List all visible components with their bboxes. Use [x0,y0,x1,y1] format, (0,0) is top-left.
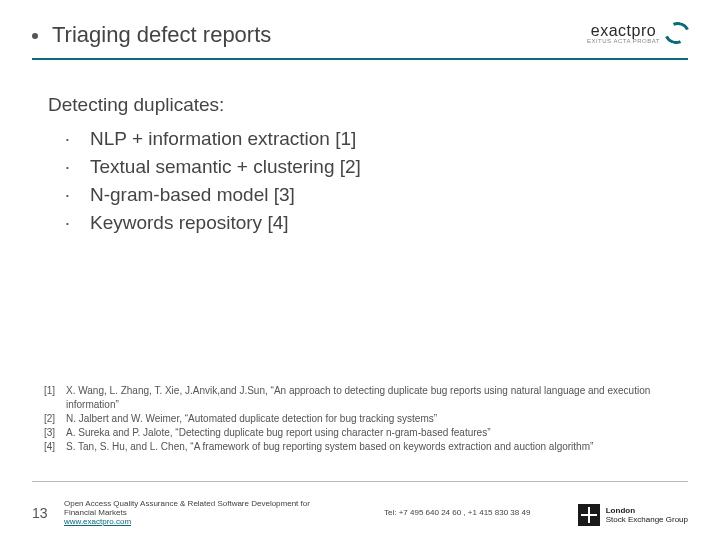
slide: Triaging defect reports exactpro EXITUS … [0,0,720,540]
page-number: 13 [32,505,64,521]
lse-line2: Stock Exchange Group [606,515,688,524]
footer-divider [32,481,688,482]
reference-item: [4] S. Tan, S. Hu, and L. Chen, “A frame… [44,440,680,454]
ref-text: N. Jalbert and W. Weimer, “Automated dup… [66,412,680,426]
ref-number: [2] [44,412,66,426]
list-item: Keywords repository [4] [66,212,680,234]
list-item: Textual semantic + clustering [2] [66,156,680,178]
logo-subtext: EXITUS ACTA PROBAT [587,38,660,44]
references: [1] X. Wang, L. Zhang, T. Xie, J.Anvik,a… [0,384,720,454]
slide-header: Triaging defect reports exactpro EXITUS … [0,0,720,58]
bullet-list: NLP + information extraction [1] Textual… [48,128,680,234]
ref-number: [3] [44,426,66,440]
slide-body: Detecting duplicates: NLP + information … [0,60,720,540]
lse-logo-text: London Stock Exchange Group [606,506,688,524]
ref-text: X. Wang, L. Zhang, T. Xie, J.Anvik,and J… [66,384,680,412]
footer-tel: Tel: +7 495 640 24 60 , +1 415 830 38 49 [384,508,530,517]
title-wrap: Triaging defect reports [32,22,271,48]
list-item: N-gram-based model [3] [66,184,680,206]
footer-org-line: Open Access Quality Assurance & Related … [64,499,310,517]
lse-logo-icon [578,504,600,526]
ref-number: [4] [44,440,66,454]
logo-text-col: exactpro EXITUS ACTA PROBAT [587,22,660,44]
ref-text: A. Sureka and P. Jalote, “Detecting dupl… [66,426,680,440]
exactpro-logo: exactpro EXITUS ACTA PROBAT [587,22,688,44]
title-bullet-icon [32,33,38,39]
slide-footer: 13 Open Access Quality Assurance & Relat… [32,499,688,526]
reference-item: [3] A. Sureka and P. Jalote, “Detecting … [44,426,680,440]
lse-line1: London [606,506,635,515]
swirl-icon [666,22,688,44]
reference-item: [1] X. Wang, L. Zhang, T. Xie, J.Anvik,a… [44,384,680,412]
slide-title: Triaging defect reports [52,22,271,48]
list-item: NLP + information extraction [1] [66,128,680,150]
lse-logo: London Stock Exchange Group [578,504,688,526]
body-headline: Detecting duplicates: [48,94,680,116]
ref-text: S. Tan, S. Hu, and L. Chen, “A framework… [66,440,680,454]
footer-org-text: Open Access Quality Assurance & Related … [64,499,324,526]
footer-url-link[interactable]: www.exactpro.com [64,517,324,526]
reference-item: [2] N. Jalbert and W. Weimer, “Automated… [44,412,680,426]
ref-number: [1] [44,384,66,412]
